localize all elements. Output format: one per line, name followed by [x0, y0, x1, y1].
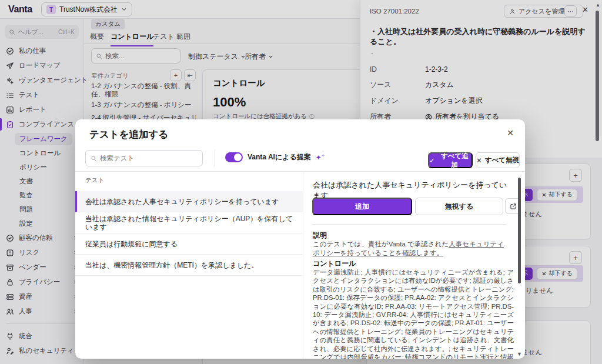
- controls-header: コントロール: [313, 259, 356, 269]
- detail-scrollbar[interactable]: [518, 178, 521, 283]
- toolbar-divider: [215, 150, 215, 166]
- add-test-button[interactable]: 追加: [312, 198, 412, 215]
- app-window: Vanta T TrustNow株式会社 ヘルプ... Ctrl+K 私の仕事 …: [0, 0, 602, 364]
- controls-text: データ漏洩防止; 人事慣行にはセキュリティニーズが含まれる; アクセスとインタラ…: [313, 268, 514, 359]
- description-header: 説明: [313, 231, 327, 241]
- ignore-all-button[interactable]: ✕すべて無視: [476, 152, 520, 168]
- test-search-input[interactable]: [100, 155, 198, 162]
- test-row[interactable]: 当社は、機密情報管理方針（METI）を承認しました。: [75, 255, 303, 276]
- description-text: このテストでは、貴社がVanta で承認された人事セキュリティ ポリシーを持って…: [313, 240, 508, 258]
- test-row-selected[interactable]: 会社は承認された人事セキュリティポリシーを持っています: [75, 191, 303, 212]
- ai-suggestions-toggle[interactable]: [225, 152, 243, 162]
- detail-divider: [312, 224, 506, 225]
- close-icon[interactable]: ✕: [507, 128, 514, 138]
- search-icon: [91, 155, 97, 162]
- add-tests-modal: テストを追加する ✕ Vanta AIによる提案 ✦✧ ✓すべて追加 ✕すべて無…: [75, 119, 525, 359]
- scroll-down-arrow[interactable]: ▼: [517, 351, 522, 357]
- modal-title: テストを追加する: [89, 128, 168, 141]
- test-list-header: テスト: [85, 176, 104, 185]
- test-row[interactable]: 当社は承認された情報セキュリティポリシー（AUP）を保有しています: [75, 212, 303, 233]
- ai-toggle-label: Vanta AIによる提案: [248, 152, 311, 162]
- sparkles-icon: ✦✧: [316, 153, 325, 162]
- test-row[interactable]: 従業員は行動規範に同意する: [75, 233, 303, 255]
- test-list: テスト 会社は承認された人事セキュリティポリシーを持っています 当社は承認された…: [75, 172, 303, 359]
- test-search[interactable]: [85, 150, 203, 166]
- x-icon: ✕: [476, 156, 482, 165]
- add-all-button[interactable]: ✓すべて追加: [428, 152, 473, 168]
- ignore-test-button[interactable]: 無視する: [415, 198, 503, 215]
- test-detail-pane: 会社は承認された人事セキュリティポリシーを持っています 追加 無視する 説明 こ…: [303, 172, 525, 359]
- toggle-knob: [234, 153, 242, 161]
- check-icon: ✓: [429, 156, 435, 165]
